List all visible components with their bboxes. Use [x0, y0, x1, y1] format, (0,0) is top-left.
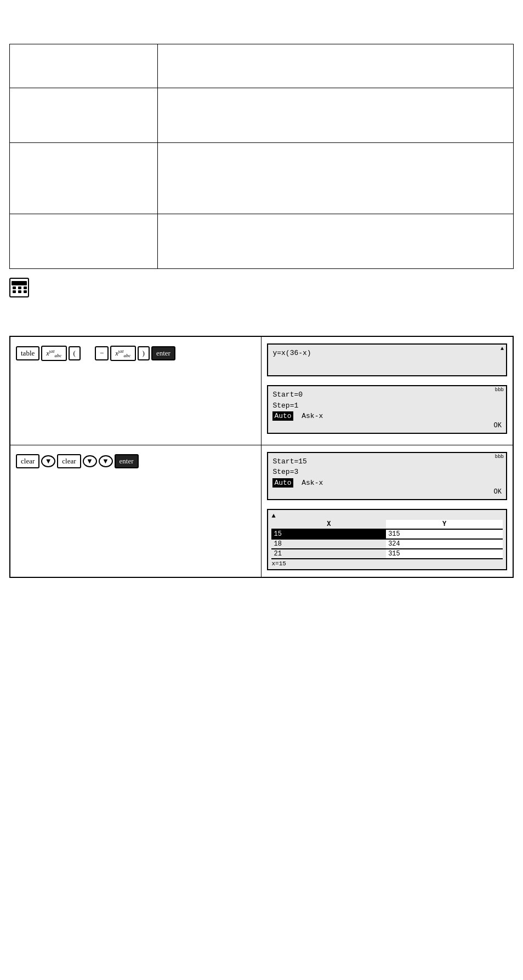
clear-key-2[interactable]: clear	[57, 454, 81, 468]
table-key[interactable]: table	[16, 346, 39, 360]
setup-content-1: Start=0 Step=1 Auto Ask-x	[272, 389, 502, 422]
col2-cell	[157, 143, 513, 214]
setup-screen-1: bbb Start=0 Step=1 Auto Ask-x OK	[267, 385, 507, 434]
open-paren-key[interactable]: (	[69, 346, 81, 360]
col1-cell	[10, 88, 158, 143]
table-row	[10, 88, 514, 143]
data-row-2: 18 324	[271, 539, 503, 549]
col2-cell	[157, 44, 513, 88]
mode-line: Auto Ask-x	[272, 411, 502, 422]
setup-screen-2: bbb Start=15 Step=3 Auto Ask-x OK	[267, 452, 507, 501]
clear-key-1[interactable]: clear	[16, 454, 39, 468]
x-val-2: 18	[271, 539, 386, 549]
corner-mark: ▲	[501, 346, 504, 352]
col1-cell	[10, 44, 158, 88]
bottom-section: table xyztabc ( − xyztabc ) enter ▲	[9, 336, 514, 578]
screens-col-2: bbb Start=15 Step=3 Auto Ask-x OK ▲	[267, 452, 507, 571]
key-sequence-1: table xyztabc ( − xyztabc ) enter	[16, 343, 255, 363]
xvar-key-1[interactable]: xyztabc	[41, 346, 66, 361]
instruction-row-2: clear ▼ clear ▼ ▼ enter bbb Start=15	[10, 445, 513, 577]
enter-key-2[interactable]: enter	[115, 454, 139, 468]
table-row	[10, 214, 514, 269]
calc-icon-row	[9, 274, 514, 303]
y-val-3: 315	[386, 549, 503, 559]
setup-corner-2: bbb	[495, 454, 504, 460]
close-paren-key[interactable]: )	[138, 346, 150, 360]
y-val-2: 324	[386, 539, 503, 549]
xvar-key-2[interactable]: xyztabc	[110, 346, 135, 361]
data-table: X Y 15 315	[271, 520, 503, 559]
screens-col-1: ▲ y=x(36-x) bbb Start=0 Step=1 Auto Ask-…	[267, 343, 507, 438]
formula-screen: ▲ y=x(36-x)	[267, 343, 507, 376]
formula-content: y=x(36-x)	[272, 348, 502, 359]
ok-label-2: OK	[272, 488, 502, 496]
key-sequence-cell-2: clear ▼ clear ▼ ▼ enter	[10, 445, 262, 577]
minus-key[interactable]: −	[95, 346, 109, 360]
auto-highlight: Auto	[272, 411, 293, 421]
table-corner: ▲	[271, 512, 275, 520]
table-header-row: X Y	[271, 520, 503, 529]
col1-cell	[10, 214, 158, 269]
down-arrow-3[interactable]: ▼	[99, 455, 113, 467]
col2-cell	[157, 88, 513, 143]
col1-cell	[10, 143, 158, 214]
key-sequence-2: clear ▼ clear ▼ ▼ enter	[16, 452, 255, 471]
down-arrow-2[interactable]: ▼	[83, 455, 97, 467]
down-arrow-1[interactable]: ▼	[41, 455, 55, 467]
setup-content-2: Start=15 Step=3 Auto Ask-x	[272, 456, 502, 489]
x-val-3: 21	[271, 549, 386, 559]
enter-key-1[interactable]: enter	[151, 346, 175, 360]
x-val-1: 15	[271, 529, 386, 539]
step-line: Step=1	[272, 400, 502, 411]
start-line: Start=0	[272, 389, 502, 400]
data-row-1: 15 315	[271, 529, 503, 539]
step-line-2: Step=3	[272, 467, 502, 478]
main-table	[9, 44, 514, 269]
data-row-3: 21 315	[271, 549, 503, 559]
table-row	[10, 44, 514, 88]
key-sequence-cell-1: table xyztabc ( − xyztabc ) enter	[10, 336, 262, 445]
screen-cell-1: ▲ y=x(36-x) bbb Start=0 Step=1 Auto Ask-…	[262, 336, 513, 445]
instruction-table: table xyztabc ( − xyztabc ) enter ▲	[9, 336, 514, 578]
screen-cell-2: bbb Start=15 Step=3 Auto Ask-x OK ▲	[262, 445, 513, 577]
table-data-screen: ▲ X Y 15	[267, 509, 507, 570]
x-footer: x=15	[271, 560, 503, 567]
table-row	[10, 143, 514, 214]
col2-cell	[157, 214, 513, 269]
x-header: X	[271, 520, 386, 529]
y-val-1: 315	[386, 529, 503, 539]
start-line-2: Start=15	[272, 456, 502, 467]
ok-label: OK	[272, 422, 502, 429]
instruction-row-1: table xyztabc ( − xyztabc ) enter ▲	[10, 336, 513, 445]
setup-corner: bbb	[495, 387, 504, 393]
mode-line-2: Auto Ask-x	[272, 478, 502, 489]
y-header: Y	[386, 520, 503, 529]
calculator-icon	[9, 278, 29, 297]
auto-highlight-2: Auto	[272, 478, 293, 488]
